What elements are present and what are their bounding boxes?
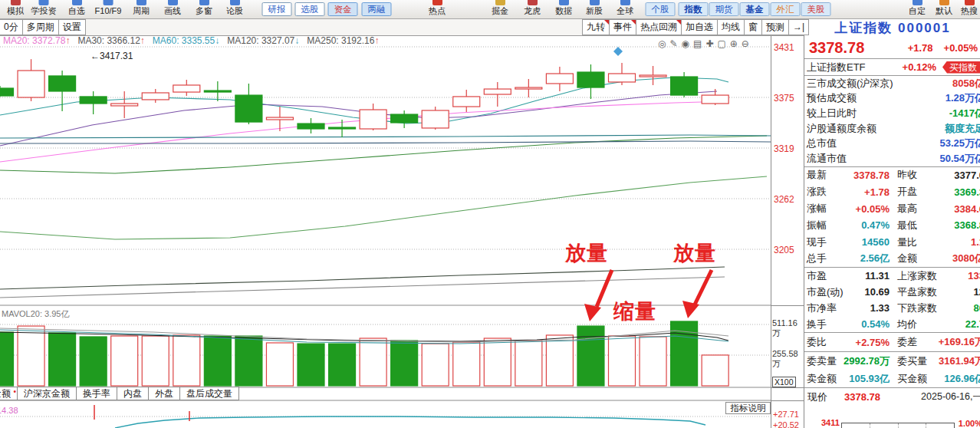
toolbar-button-stocks-tab[interactable]: 个股 <box>646 2 676 16</box>
quote-label: 振幅 <box>807 219 840 232</box>
learn-invest-icon <box>39 0 49 5</box>
window-icon[interactable]: ▢ <box>717 38 725 49</box>
toolbar-item-label: 论股 <box>226 6 243 15</box>
quote-value: 3378.78 <box>840 170 890 181</box>
quote-label: 最低 <box>897 219 917 232</box>
forecast[interactable]: 预测 <box>761 19 789 35</box>
toolbar-item-hot-search[interactable]: 热搜 <box>961 0 978 18</box>
buy-index-button[interactable]: 买指数 <box>942 61 980 74</box>
quote-value: 126.96亿 <box>927 372 980 386</box>
info-value: 53.25万亿 <box>939 137 980 150</box>
ma-toggle[interactable]: 均线 <box>717 19 745 35</box>
toolbar-button-funds-tab[interactable]: 基金 <box>740 2 770 16</box>
events[interactable]: 事件 <box>609 19 636 35</box>
new-stocks-icon <box>590 0 600 5</box>
toolbar-item-hot-topics[interactable]: 热点 <box>429 0 446 18</box>
toolbar-item-custom-layout[interactable]: 自定 <box>909 0 926 18</box>
tab-multi-period[interactable]: 多周期 <box>22 19 59 35</box>
toolbar-item-label: 多窗 <box>196 6 212 15</box>
quote-label: 下跌家数 <box>897 301 937 315</box>
price-row: 3378.78 +1.78 +0.05% <box>804 37 980 58</box>
chart-tool-tabs: 九转事件热点回溯加自选均线窗预测→| <box>583 19 809 35</box>
tab-outer-volume[interactable]: 外盘 <box>148 387 180 400</box>
toolbar-item-label: 模拟 <box>7 6 24 15</box>
target-icon[interactable]: ◎ <box>658 38 666 49</box>
stock-forum-icon <box>230 0 240 5</box>
nine-turn[interactable]: 九转 <box>582 19 610 35</box>
price-change: +1.78 <box>908 42 933 54</box>
info-row: 流通市值50.54万亿 <box>804 151 980 166</box>
add-watchlist[interactable]: 加自选 <box>681 19 718 35</box>
toolbar-item-simulate[interactable]: 模拟 <box>7 0 24 18</box>
zoom-in-icon[interactable]: ⊕ <box>730 38 738 49</box>
toolbar-button-research-report[interactable]: 研报 <box>262 2 292 16</box>
toolbar-item-draw-line[interactable]: 画线 <box>164 0 181 18</box>
toolbar-button-index-tab[interactable]: 指数 <box>679 2 709 16</box>
collapse-arrow[interactable]: →| <box>788 19 809 35</box>
tab-turnover[interactable]: 换手率 <box>76 387 117 400</box>
panel-icon[interactable]: ▤ <box>693 38 702 49</box>
toolbar-item-label: 热点 <box>429 6 446 15</box>
indicator-help-button[interactable]: 指标说明 <box>725 402 771 414</box>
tab-inner-volume[interactable]: 内盘 <box>117 387 149 400</box>
sub-indicator-tick: +27.71 <box>773 410 799 419</box>
price-tick: 3431 <box>774 42 794 53</box>
period-icon <box>136 0 146 5</box>
toolbar-button-stock-picker[interactable]: 选股 <box>295 2 325 16</box>
zoom-out-icon[interactable]: ⊖ <box>742 38 749 49</box>
crosshair-icon[interactable]: ✚ <box>705 38 713 49</box>
toolbar-item-data-center[interactable]: 数据 <box>555 0 572 18</box>
divider <box>771 387 804 388</box>
mini-chart-pct-tick: 1.00% <box>959 419 980 428</box>
tab-settings[interactable]: 设置 <box>58 19 86 35</box>
hotspot-review[interactable]: 热点回溯 <box>636 19 682 35</box>
toolbar-item-period[interactable]: 周期 <box>133 0 150 18</box>
toolbar-item-dragon-tiger[interactable]: 龙虎 <box>524 0 541 18</box>
quote-row: 委卖量2992.78万委买量3161.94万 <box>804 352 980 370</box>
info-label: 预估成交额 <box>807 91 857 105</box>
index-title: 上证指数 000001 <box>804 18 980 37</box>
quote-row: 委比+2.75%委差+169.16万 <box>804 333 980 351</box>
toolbar-item-global-markets[interactable]: 全球 <box>617 0 633 18</box>
toolbar-item-label: 周期 <box>133 6 150 15</box>
toolbar-item-watchlist[interactable]: 自选 <box>68 0 85 18</box>
toolbar-button-futures-tab[interactable]: 期货 <box>709 2 739 16</box>
toolbar-button-forex-tab[interactable]: 外汇 <box>771 2 801 16</box>
quote-row: 振幅0.47%最低3368.8 <box>804 217 980 234</box>
quote-label: 市盈(动) <box>807 285 840 299</box>
toolbar-button-margin-trading[interactable]: 两融 <box>362 2 392 16</box>
pencil-icon[interactable]: ✎ <box>669 38 677 49</box>
quote-row: 涨幅+0.05%最高3384.6 <box>804 200 980 217</box>
toolbar-button-funds-flow[interactable]: 资金 <box>328 2 358 16</box>
divider <box>771 305 804 306</box>
eye-icon[interactable]: ◉ <box>682 38 689 49</box>
toolbar-item-new-stocks[interactable]: 新股 <box>586 0 603 18</box>
toolbar-item-learn-invest[interactable]: 学投资 <box>31 0 57 18</box>
quote-value: 86 <box>937 302 980 314</box>
kline-chart-area: MA20: 3372.78↑MA30: 3366.12↑MA60: 3335.5… <box>0 35 771 428</box>
toolbar-item-gold-digging[interactable]: 掘金 <box>492 0 508 18</box>
dragon-tiger-icon <box>528 0 538 5</box>
quote-row: 现手14560量比1.1 <box>804 234 980 251</box>
toolbar-item-multi-window[interactable]: 多窗 <box>196 0 212 18</box>
kline-chart-canvas[interactable] <box>0 35 771 428</box>
toolbar-item-stock-forum[interactable]: 论股 <box>226 0 243 18</box>
simulate-icon <box>11 0 21 5</box>
toolbar-item-default-layout[interactable]: 默认 <box>936 0 952 18</box>
toolbar-item-label: 掘金 <box>492 6 508 15</box>
tab-amount[interactable]: 金额• <box>0 387 18 400</box>
info-row: 预估成交额1.28万亿 <box>804 91 980 107</box>
mini-chart-top-tick: 3411 <box>821 418 840 427</box>
ma-value-label: MA20: 3372.78↑ <box>3 35 70 46</box>
quote-value: +2.75% <box>840 337 890 348</box>
quote-value: +169.16万 <box>917 335 980 349</box>
tab-afterhours-volume[interactable]: 盘后成交量 <box>179 387 239 400</box>
tab-hsj-amount[interactable]: 沪深京金额 <box>17 387 77 400</box>
window-toggle[interactable]: 窗 <box>744 19 762 35</box>
quote-value: 3161.94万 <box>927 354 980 368</box>
toolbar-item-f10-f9[interactable]: F10/F9 <box>95 0 122 18</box>
quote-label: 最新 <box>807 168 840 182</box>
tab-minutes[interactable]: 0分 <box>0 19 23 35</box>
hot-topics-icon <box>432 0 442 5</box>
toolbar-button-us-stocks-tab[interactable]: 美股 <box>801 2 831 16</box>
